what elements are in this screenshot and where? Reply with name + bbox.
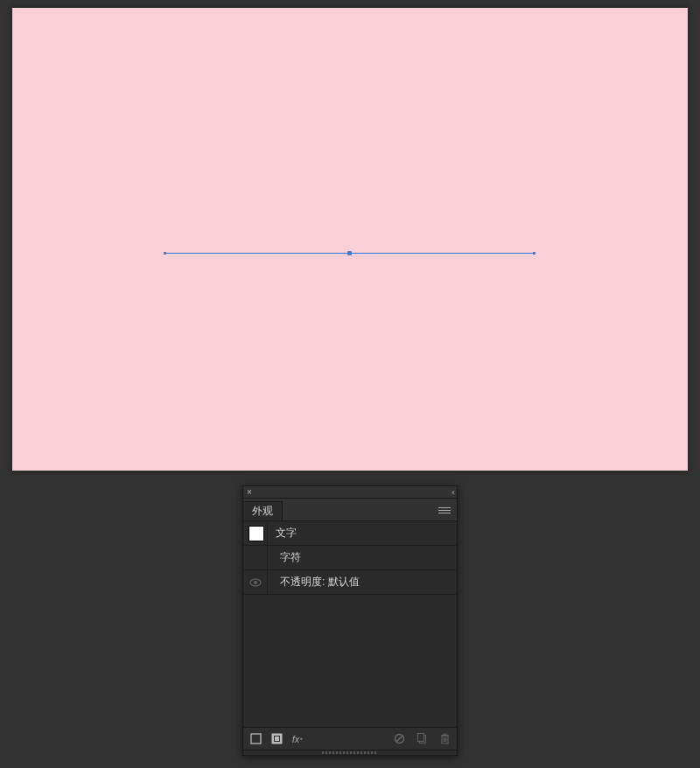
panel-menu-icon[interactable] bbox=[437, 503, 452, 517]
tab-label: 外观 bbox=[252, 504, 273, 519]
clear-appearance-icon[interactable] bbox=[392, 732, 406, 746]
row-label-type: 文字 bbox=[268, 526, 297, 541]
svg-rect-9 bbox=[417, 734, 424, 742]
duplicate-item-icon[interactable] bbox=[415, 732, 429, 746]
appearance-row-type[interactable]: 文字 bbox=[243, 521, 457, 546]
panel-tabbar: 外观 bbox=[243, 499, 457, 521]
svg-point-1 bbox=[254, 581, 257, 584]
panel-resize-handle[interactable] bbox=[243, 750, 457, 755]
anchor-point-right[interactable] bbox=[533, 252, 536, 255]
anchor-point-center[interactable] bbox=[347, 251, 352, 255]
svg-rect-5 bbox=[275, 737, 279, 741]
add-effect-icon[interactable]: fx▪ bbox=[290, 732, 304, 746]
collapse-arrows-icon[interactable]: ‹‹ bbox=[452, 488, 453, 497]
artboard[interactable] bbox=[12, 8, 688, 471]
panel-footer: fx▪ bbox=[243, 728, 457, 750]
close-icon[interactable]: × bbox=[243, 486, 256, 499]
visibility-col bbox=[243, 521, 268, 545]
panel-empty-area bbox=[243, 595, 457, 728]
tab-appearance[interactable]: 外观 bbox=[243, 501, 283, 520]
row-label-characters: 字符 bbox=[268, 550, 301, 565]
visibility-toggle[interactable] bbox=[243, 570, 268, 594]
svg-line-7 bbox=[396, 736, 402, 742]
delete-item-icon[interactable] bbox=[438, 732, 452, 746]
appearance-row-opacity[interactable]: 不透明度: 默认值 bbox=[243, 570, 457, 595]
row-label-opacity: 不透明度: 默认值 bbox=[268, 575, 360, 590]
panel-body: 文字 字符 不透明度: 默认值 bbox=[243, 521, 457, 728]
appearance-panel: × ‹‹ 外观 文字 字符 bbox=[242, 485, 458, 756]
anchor-point-left[interactable] bbox=[164, 252, 166, 255]
svg-rect-2 bbox=[251, 734, 261, 744]
appearance-row-characters[interactable]: 字符 bbox=[243, 546, 457, 570]
new-stroke-icon[interactable] bbox=[248, 732, 262, 746]
eye-icon bbox=[249, 578, 262, 587]
panel-titlebar[interactable]: × ‹‹ bbox=[243, 486, 457, 499]
visibility-col[interactable] bbox=[243, 546, 268, 569]
new-fill-icon[interactable] bbox=[270, 732, 284, 746]
grip-icon bbox=[322, 751, 378, 754]
svg-rect-12 bbox=[444, 734, 446, 736]
fill-swatch[interactable] bbox=[248, 526, 264, 541]
